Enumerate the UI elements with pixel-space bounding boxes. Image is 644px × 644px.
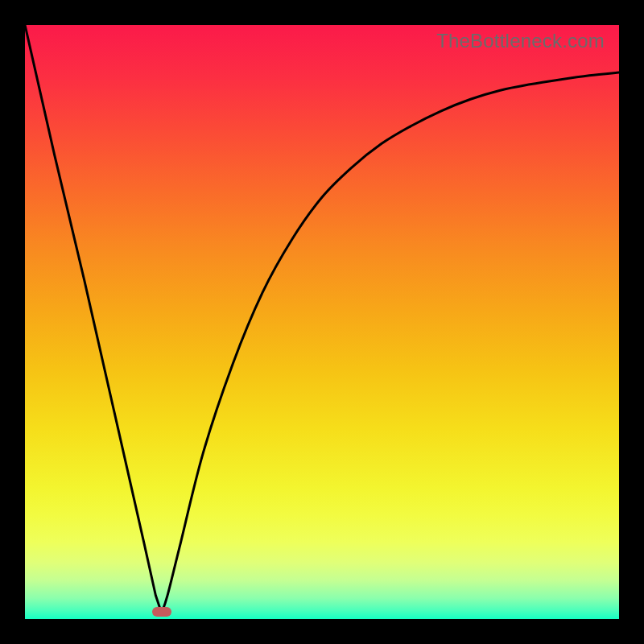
bottleneck-curve xyxy=(25,25,619,619)
chart-frame: TheBottleneck.com xyxy=(0,0,644,644)
plot-area: TheBottleneck.com xyxy=(25,25,619,619)
optimal-marker xyxy=(152,607,171,617)
